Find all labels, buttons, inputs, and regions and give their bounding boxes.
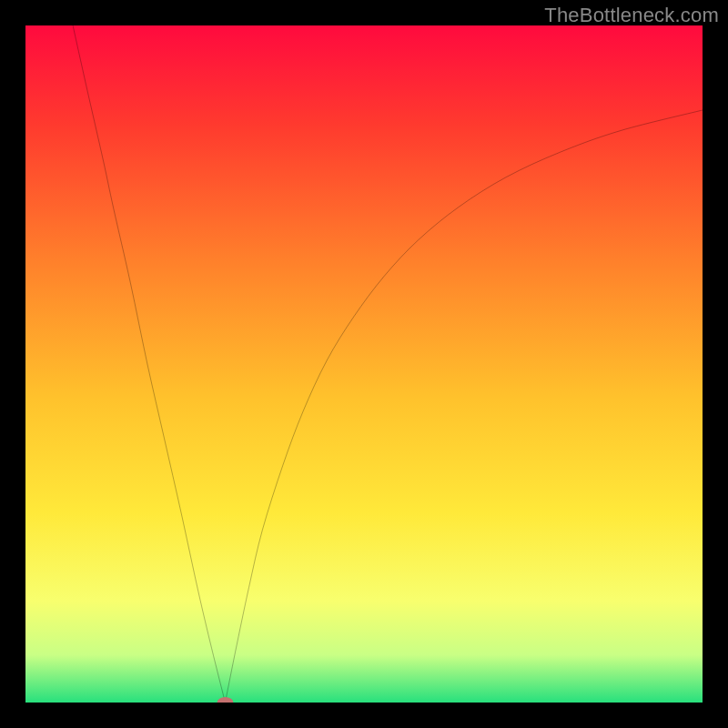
chart-svg (25, 25, 703, 703)
gradient-background (25, 25, 703, 703)
chart-frame: TheBottleneck.com (0, 0, 728, 728)
plot-area (25, 25, 703, 703)
attribution-label: TheBottleneck.com (544, 4, 719, 27)
